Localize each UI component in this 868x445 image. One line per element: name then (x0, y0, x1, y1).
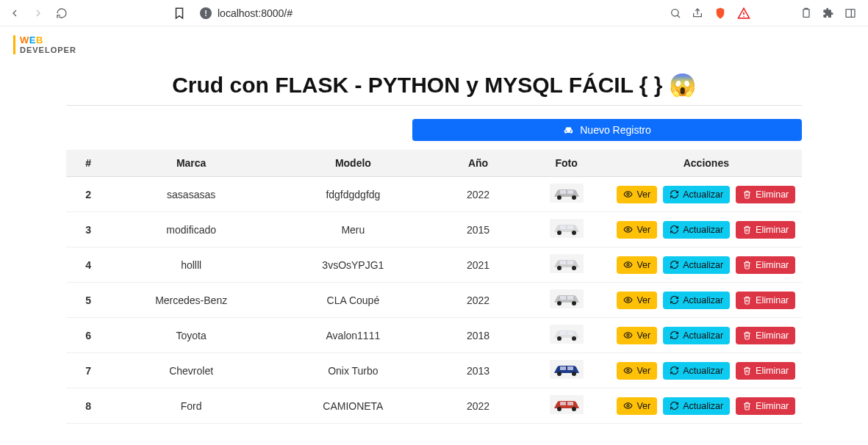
refresh-icon (670, 260, 679, 269)
cell-modelo: Avalon1111 (272, 318, 434, 353)
cell-ano: 2022 (434, 388, 522, 424)
svg-rect-26 (567, 296, 573, 300)
logo-letter: W (20, 35, 29, 46)
view-button[interactable]: Ver (617, 221, 657, 239)
car-thumbnail (550, 395, 584, 414)
bookmark-icon[interactable] (171, 4, 188, 22)
extensions-icon[interactable] (822, 7, 834, 19)
browser-toolbar: ! localhost:8000/# (0, 0, 868, 26)
cell-id: 5 (66, 283, 110, 318)
sidepanel-icon[interactable] (844, 7, 856, 19)
brave-shield-icon[interactable] (714, 7, 727, 20)
cell-id: 3 (66, 212, 110, 247)
table-row: 2 sasasasas fdgfdgdgfdg 2022 Ver Actuali… (66, 177, 802, 212)
svg-rect-3 (846, 9, 855, 17)
reload-button[interactable] (53, 4, 71, 22)
extension-warning-icon[interactable] (737, 7, 750, 20)
new-record-button[interactable]: Nuevo Registro (412, 119, 802, 141)
cell-marca: Toyota (110, 318, 272, 353)
search-icon[interactable] (670, 7, 681, 19)
cell-modelo: CAMIONETA (272, 388, 434, 424)
update-button[interactable]: Actualizar (663, 186, 730, 203)
clipboard-icon[interactable] (800, 7, 812, 19)
eye-icon (623, 189, 633, 199)
car-thumbnail (550, 325, 584, 344)
svg-rect-43 (560, 402, 566, 405)
svg-rect-7 (560, 190, 566, 194)
svg-rect-13 (560, 225, 566, 229)
site-info-icon[interactable]: ! (200, 7, 212, 19)
delete-button[interactable]: Eliminar (736, 327, 795, 344)
delete-button[interactable]: Eliminar (736, 221, 795, 239)
cell-foto (523, 177, 611, 212)
update-button[interactable]: Actualizar (663, 362, 730, 380)
svg-point-36 (572, 372, 576, 376)
car-thumbnail (550, 254, 584, 273)
svg-point-15 (627, 228, 629, 231)
update-button[interactable]: Actualizar (663, 397, 730, 415)
svg-point-5 (557, 195, 562, 200)
update-button[interactable]: Actualizar (663, 292, 730, 309)
svg-point-18 (572, 266, 576, 270)
view-button[interactable]: Ver (617, 397, 657, 415)
svg-point-33 (627, 334, 629, 336)
car-thumbnail (550, 360, 584, 379)
car-icon (563, 125, 574, 136)
cell-actions: Ver Actualizar Eliminar (611, 388, 802, 424)
cell-ano: 2018 (434, 318, 522, 353)
eye-icon (623, 225, 633, 234)
eye-icon (623, 260, 633, 269)
update-label: Actualizar (683, 401, 723, 411)
delete-button[interactable]: Eliminar (736, 256, 795, 274)
update-button[interactable]: Actualizar (663, 327, 730, 344)
view-label: Ver (636, 225, 650, 235)
cell-actions: Ver Actualizar Eliminar (611, 283, 802, 318)
forward-button[interactable] (29, 4, 47, 22)
refresh-icon (670, 330, 679, 340)
th-marca: Marca (110, 150, 272, 177)
eye-icon (623, 330, 633, 340)
site-logo: WEB DEVELOPER (0, 26, 868, 59)
trash-icon (742, 189, 752, 199)
cell-id: 4 (66, 247, 110, 283)
cell-ano: 2022 (434, 177, 522, 212)
share-icon[interactable] (692, 7, 703, 19)
table-row: 7 Chevrolet Onix Turbo 2013 Ver Actualiz… (66, 353, 802, 388)
trash-icon (742, 260, 752, 269)
svg-rect-37 (560, 366, 566, 370)
car-thumbnail (550, 219, 584, 238)
address-bar[interactable]: ! localhost:8000/# (194, 7, 664, 19)
delete-button[interactable]: Eliminar (736, 292, 795, 309)
eye-icon (623, 366, 633, 375)
trash-icon (742, 401, 752, 410)
update-label: Actualizar (683, 260, 723, 270)
update-button[interactable]: Actualizar (663, 256, 730, 274)
cell-actions: Ver Actualizar Eliminar (611, 212, 802, 247)
view-button[interactable]: Ver (617, 186, 657, 203)
th-ano: Año (434, 150, 522, 177)
view-button[interactable]: Ver (617, 292, 657, 309)
delete-button[interactable]: Eliminar (736, 397, 795, 415)
cell-modelo: fdgfdgdgfdg (272, 177, 434, 212)
table-row: 6 Toyota Avalon1111 2018 Ver Actualizar (66, 318, 802, 353)
update-button[interactable]: Actualizar (663, 221, 730, 239)
table-row: 4 hollll 3vsOsYPJG1 2021 Ver Actualizar (66, 247, 802, 283)
back-button[interactable] (6, 4, 24, 22)
svg-point-42 (572, 407, 576, 411)
cell-id: 8 (66, 388, 110, 424)
view-button[interactable]: Ver (617, 362, 657, 380)
th-acciones: Acciones (611, 150, 802, 177)
delete-label: Eliminar (756, 366, 789, 376)
update-label: Actualizar (683, 330, 723, 341)
cell-modelo: CLA Coupé (272, 283, 434, 318)
view-button[interactable]: Ver (617, 256, 657, 274)
delete-button[interactable]: Eliminar (736, 186, 795, 203)
cell-modelo: Meru (272, 212, 434, 247)
svg-point-9 (627, 193, 629, 195)
view-button[interactable]: Ver (617, 327, 657, 344)
logo-letter: B (36, 35, 43, 46)
cell-ano: 2021 (434, 247, 522, 283)
delete-label: Eliminar (756, 295, 789, 305)
svg-point-21 (627, 264, 629, 266)
delete-button[interactable]: Eliminar (736, 362, 795, 380)
